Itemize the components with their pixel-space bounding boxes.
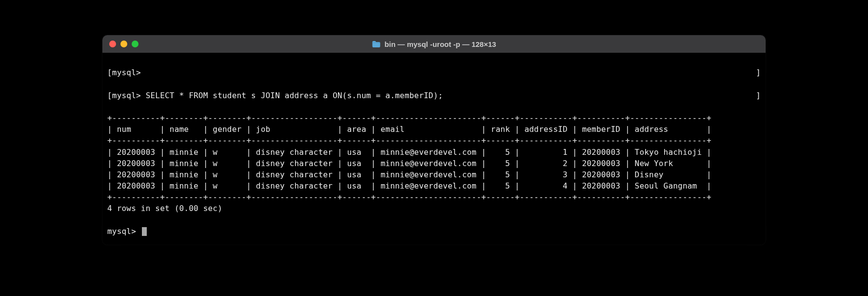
prompt-line: [mysql> [107, 67, 141, 78]
table-row: | 20200003 | minnie | w | disney charact… [107, 170, 711, 179]
table-row: | 20200003 | minnie | w | disney charact… [107, 181, 711, 190]
close-icon[interactable] [109, 41, 116, 47]
maximize-icon[interactable] [132, 41, 138, 47]
table-border: +----------+--------+--------+----------… [107, 113, 711, 123]
traffic-lights [109, 41, 138, 47]
table-row: | 20200003 | minnie | w | disney charact… [107, 159, 711, 168]
terminal-window: bin — mysql -uroot -p — 128×13 [mysql>] … [102, 35, 766, 245]
cursor [142, 227, 147, 236]
table-row: | 20200003 | minnie | w | disney charact… [107, 148, 711, 157]
titlebar[interactable]: bin — mysql -uroot -p — 128×13 [102, 35, 766, 53]
window-title: bin — mysql -uroot -p — 128×13 [372, 40, 496, 48]
query-line: [mysql> SELECT * FROM student s JOIN add… [107, 90, 443, 101]
table-border: +----------+--------+--------+----------… [107, 136, 711, 145]
table-header: | num | name | gender | job | area | ema… [107, 125, 711, 134]
minimize-icon[interactable] [120, 41, 127, 47]
bracket-close: ] [756, 90, 761, 101]
bracket-close: ] [756, 67, 761, 78]
table-border: +----------+--------+--------+----------… [107, 192, 711, 202]
prompt: mysql> [107, 227, 141, 236]
window-title-text: bin — mysql -uroot -p — 128×13 [385, 40, 496, 48]
terminal-body[interactable]: [mysql>] [mysql> SELECT * FROM student s… [102, 53, 766, 245]
summary-line: 4 rows in set (0.00 sec) [107, 204, 222, 213]
folder-icon [372, 41, 381, 48]
